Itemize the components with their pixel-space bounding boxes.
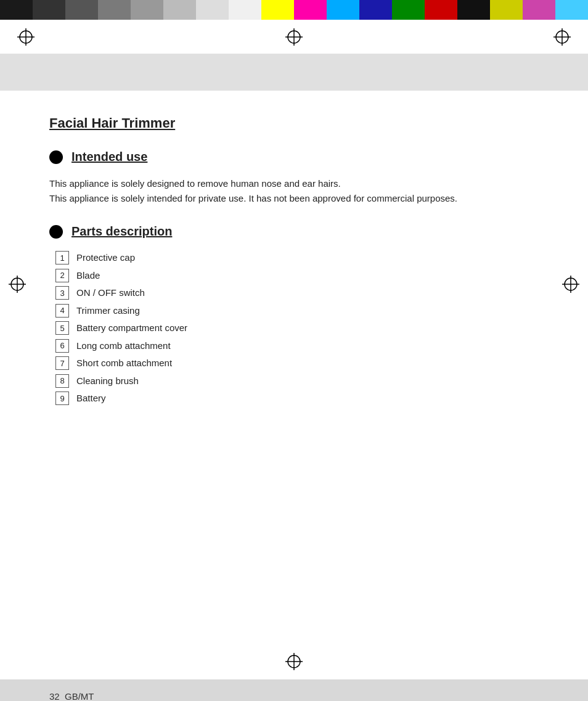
color-bar	[0, 0, 588, 20]
footer-area: 32 GB/MT	[0, 646, 588, 701]
parts-list: 1 Protective cap 2 Blade 3 ON / OFF swit…	[55, 251, 539, 406]
part-label-5: Battery compartment cover	[76, 321, 187, 335]
swatch-green	[392, 0, 425, 20]
reg-mark-top-center	[285, 28, 303, 46]
reg-mark-left-side	[9, 276, 26, 295]
list-item: 8 Cleaning brush	[55, 374, 539, 388]
page-title: Facial Hair Trimmer	[49, 115, 539, 131]
list-item: 9 Battery	[55, 391, 539, 406]
swatch-lightblue	[555, 0, 588, 20]
part-label-6: Long comb attachment	[76, 339, 171, 353]
reg-mark-bottom-center	[285, 653, 303, 673]
intended-use-section: Intended use This appliance is solely de…	[49, 150, 539, 206]
part-number-9: 9	[55, 391, 69, 405]
part-number-4: 4	[55, 304, 69, 318]
part-label-4: Trimmer casing	[76, 304, 140, 318]
part-number-2: 2	[55, 269, 69, 282]
swatch-blue	[359, 0, 392, 20]
part-label-2: Blade	[76, 269, 100, 283]
swatch-cyan	[327, 0, 359, 20]
part-number-1: 1	[55, 251, 69, 264]
swatch-2	[33, 0, 65, 20]
swatch-7	[196, 0, 229, 20]
list-item: 5 Battery compartment cover	[55, 321, 539, 335]
swatch-black2	[457, 0, 490, 20]
bullet-icon-2	[49, 225, 63, 239]
intended-use-body: This appliance is solely designed to rem…	[49, 176, 539, 206]
parts-description-section: Parts description 1 Protective cap 2 Bla…	[49, 224, 539, 406]
parts-description-heading: Parts description	[49, 224, 539, 239]
list-item: 4 Trimmer casing	[55, 304, 539, 318]
bullet-icon	[49, 150, 63, 164]
part-label-7: Short comb attachment	[76, 356, 172, 371]
parts-description-title: Parts description	[71, 224, 172, 239]
list-item: 7 Short comb attachment	[55, 356, 539, 371]
part-label-1: Protective cap	[76, 251, 135, 265]
swatch-6	[163, 0, 196, 20]
swatch-magenta	[294, 0, 327, 20]
bottom-marks	[0, 646, 588, 679]
list-item: 3 ON / OFF switch	[55, 286, 539, 300]
swatch-8	[229, 0, 261, 20]
swatch-red	[425, 0, 457, 20]
reg-mark-right-side	[562, 276, 579, 295]
intended-use-heading: Intended use	[49, 150, 539, 164]
swatch-3	[65, 0, 98, 20]
part-number-7: 7	[55, 356, 69, 370]
swatch-1	[0, 0, 33, 20]
part-number-5: 5	[55, 321, 69, 335]
gray-banner	[0, 54, 588, 91]
swatch-5	[131, 0, 163, 20]
part-number-8: 8	[55, 374, 69, 388]
part-number-3: 3	[55, 286, 69, 300]
page-footer: 32 GB/MT	[0, 679, 588, 701]
intended-use-title: Intended use	[71, 150, 147, 164]
reg-mark-top-left	[17, 28, 35, 46]
reg-mark-top-right	[553, 28, 571, 46]
part-label-9: Battery	[76, 391, 106, 406]
main-content: Facial Hair Trimmer Intended use This ap…	[0, 91, 588, 646]
part-number-6: 6	[55, 339, 69, 353]
list-item: 6 Long comb attachment	[55, 339, 539, 353]
part-label-3: ON / OFF switch	[76, 286, 145, 300]
page-number: 32 GB/MT	[49, 691, 94, 701]
list-item: 2 Blade	[55, 269, 539, 283]
top-marks-area	[0, 20, 588, 54]
swatch-pink	[523, 0, 555, 20]
list-item: 1 Protective cap	[55, 251, 539, 265]
swatch-yellow2	[490, 0, 523, 20]
part-label-8: Cleaning brush	[76, 374, 139, 388]
swatch-yellow	[261, 0, 294, 20]
swatch-4	[98, 0, 131, 20]
